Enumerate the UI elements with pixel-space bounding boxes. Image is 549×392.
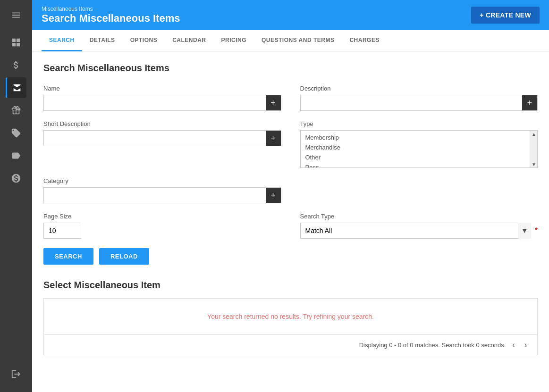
search-type-select[interactable]: Match All Match Any [300, 223, 531, 239]
tag2-icon[interactable] [6, 145, 26, 166]
tab-pricing[interactable]: PRICING [213, 30, 254, 51]
name-input[interactable] [44, 95, 266, 110]
page-size-group: Page Size [43, 213, 281, 239]
category-group: Category + [43, 177, 281, 203]
tab-details[interactable]: DETAILS [82, 30, 123, 51]
dashboard-icon[interactable] [6, 32, 26, 53]
short-desc-input[interactable] [44, 131, 266, 146]
results-table: Your search returned no results. Try ref… [43, 298, 538, 355]
pagination-prev-button[interactable]: ‹ [509, 340, 517, 350]
search-type-group: Search Type Match All Match Any ▼ * [300, 213, 538, 239]
form-row-2: Short Description + Type Membership Merc… [43, 120, 538, 168]
tag-icon[interactable] [6, 123, 26, 143]
description-plus-button[interactable]: + [522, 95, 537, 110]
short-desc-plus-button[interactable]: + [266, 131, 281, 146]
description-input[interactable] [301, 95, 523, 110]
description-input-wrapper: + [300, 95, 538, 111]
type-label: Type [300, 120, 538, 127]
type-options-list: Membership Merchandise Other Pass [301, 131, 538, 168]
type-option-merchandise[interactable]: Merchandise [301, 142, 538, 152]
scroll-down-arrow[interactable]: ▼ [530, 161, 538, 167]
description-label: Description [300, 85, 538, 92]
type-group: Type Membership Merchandise Other Pass ▲… [300, 120, 538, 168]
no-results-message: Your search returned no results. Try ref… [44, 299, 537, 335]
short-desc-group: Short Description + [43, 120, 281, 168]
type-option-membership[interactable]: Membership [301, 133, 538, 142]
breadcrumb: Miscellaneous Items [42, 6, 180, 12]
name-plus-button[interactable]: + [266, 95, 281, 110]
menu-icon[interactable] [6, 5, 26, 25]
type-scrollbar: ▲ ▼ [530, 131, 537, 167]
form-buttons: SEARCH RELOAD [43, 248, 538, 265]
page-header: Miscellaneous Items Search Miscellaneous… [32, 0, 549, 30]
form-row-1: Name + Description + [43, 85, 538, 111]
pagination-next-button[interactable]: › [522, 340, 530, 350]
sidebar [0, 0, 32, 392]
form-row-4: Page Size Search Type Match All Match An… [43, 213, 538, 239]
category-label: Category [43, 177, 281, 184]
tab-bar: SEARCH DETAILS OPTIONS CALENDAR PRICING … [32, 30, 549, 51]
tab-calendar[interactable]: CALENDAR [165, 30, 213, 51]
search-button[interactable]: SEARCH [43, 248, 93, 265]
type-listbox[interactable]: Membership Merchandise Other Pass ▲ ▼ [300, 130, 538, 168]
dollar-icon[interactable] [6, 55, 26, 75]
tab-charges[interactable]: CHARGES [342, 30, 387, 51]
spacer [300, 177, 538, 203]
exit-icon[interactable] [6, 364, 26, 384]
results-footer: Displaying 0 - 0 of 0 matches. Search to… [44, 335, 537, 355]
gift-icon[interactable] [6, 100, 26, 121]
category-plus-button[interactable]: + [266, 188, 281, 203]
create-new-button[interactable]: + CREATE NEW [471, 7, 540, 24]
short-desc-input-wrapper: + [43, 130, 281, 146]
form-section-title: Search Miscellaneous Items [43, 63, 538, 74]
page-size-label: Page Size [43, 213, 281, 220]
name-group: Name + [43, 85, 281, 111]
content-area: Search Miscellaneous Items Name + Descri… [32, 51, 549, 392]
required-indicator: * [535, 226, 538, 235]
type-option-other[interactable]: Other [301, 152, 538, 162]
short-desc-label: Short Description [43, 120, 281, 127]
category-input[interactable] [44, 188, 266, 203]
scroll-up-arrow[interactable]: ▲ [530, 131, 538, 137]
form-row-3: Category + [43, 177, 538, 203]
tab-questions[interactable]: QUESTIONS AND TERMS [254, 30, 342, 51]
page-title: Search Miscellaneous Items [42, 12, 180, 25]
coin-icon[interactable] [6, 168, 26, 189]
search-type-label: Search Type [300, 213, 538, 220]
reload-button[interactable]: RELOAD [99, 248, 149, 265]
store-icon[interactable] [6, 77, 26, 98]
name-label: Name [43, 85, 281, 92]
type-option-pass[interactable]: Pass [301, 162, 538, 168]
main-content: Miscellaneous Items Search Miscellaneous… [32, 0, 549, 392]
page-size-input[interactable] [43, 223, 81, 239]
tab-options[interactable]: OPTIONS [123, 30, 165, 51]
search-type-select-wrapper: Match All Match Any ▼ [300, 223, 531, 239]
search-type-row: Match All Match Any ▼ * [300, 223, 538, 239]
results-info-text: Displaying 0 - 0 of 0 matches. Search to… [359, 342, 506, 349]
header-left: Miscellaneous Items Search Miscellaneous… [42, 6, 180, 25]
results-section-title: Select Miscellaneous Item [43, 280, 538, 291]
description-group: Description + [300, 85, 538, 111]
name-input-wrapper: + [43, 95, 281, 111]
category-input-wrapper: + [43, 187, 281, 203]
tab-search[interactable]: SEARCH [42, 30, 82, 51]
